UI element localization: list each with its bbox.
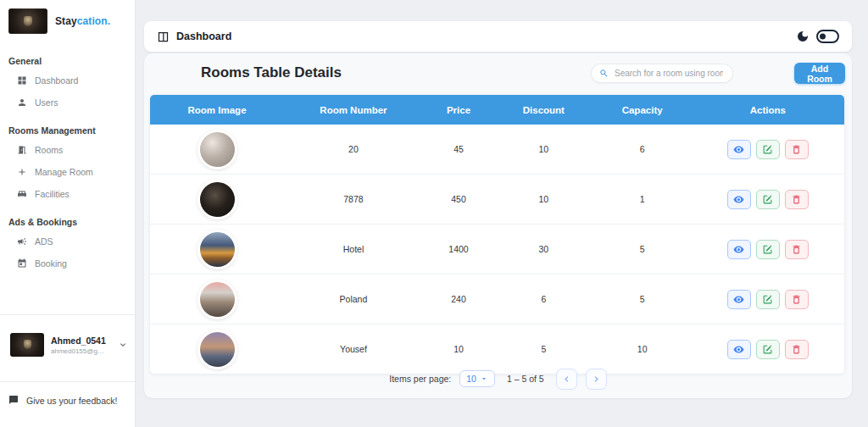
sidebar-item[interactable]: ADS — [0, 230, 135, 252]
trash-icon — [791, 244, 802, 255]
sidebar-item[interactable]: Dashboard — [0, 69, 135, 92]
previous-page-button[interactable] — [556, 369, 577, 390]
sidebar-item[interactable]: Manage Room — [0, 161, 135, 183]
chat-icon — [8, 393, 19, 408]
price-cell: 45 — [423, 125, 494, 175]
items-per-page-select[interactable]: 10 — [459, 370, 495, 387]
user-avatar — [10, 333, 44, 357]
room-number-cell: 7878 — [284, 175, 423, 225]
calendar-icon — [17, 258, 27, 269]
edit-room-button[interactable] — [756, 290, 780, 309]
view-room-button[interactable] — [727, 340, 751, 359]
user-email: ahmed0155@gmail.c... — [51, 347, 107, 355]
column-header: Actions — [692, 95, 844, 125]
edit-room-button[interactable] — [756, 340, 780, 359]
person-icon — [17, 97, 27, 108]
dashboard-grid-icon — [17, 75, 27, 86]
table-row: 7878 450 10 1 — [150, 175, 844, 225]
view-room-button[interactable] — [727, 290, 751, 309]
window-icon — [157, 30, 170, 43]
capacity-cell: 5 — [593, 225, 692, 274]
trash-icon — [791, 144, 802, 155]
page-title: Rooms Table Details — [201, 64, 342, 81]
trash-icon — [791, 294, 802, 305]
toggle-knob — [820, 34, 826, 40]
edit-square-icon — [762, 194, 773, 205]
table-row: Poland 240 6 5 — [150, 274, 844, 324]
view-room-button[interactable] — [727, 140, 751, 159]
sidebar-nav-ads: ADS Booking — [0, 230, 135, 274]
row-actions — [693, 340, 843, 359]
brand-logo[interactable]: Staycation. — [0, 0, 135, 44]
discount-cell: 10 — [494, 175, 593, 225]
delete-room-button[interactable] — [785, 340, 809, 359]
user-profile[interactable]: Ahmed_0541 ahmed0155@gmail.c... — [0, 315, 135, 360]
next-page-button[interactable] — [586, 369, 607, 390]
edit-square-icon — [762, 294, 773, 305]
sidebar-item[interactable]: Rooms — [0, 139, 135, 161]
sidebar: Staycation. General Dashboard Users Room… — [0, 0, 136, 427]
caret-down-icon — [480, 374, 488, 383]
row-actions — [693, 240, 843, 259]
view-room-button[interactable] — [727, 240, 751, 259]
sidebar-section-rooms-management: Rooms Management — [0, 114, 135, 139]
row-actions — [693, 140, 843, 159]
discount-cell: 6 — [494, 274, 593, 324]
capacity-cell: 1 — [593, 175, 692, 225]
edit-room-button[interactable] — [756, 140, 780, 159]
trash-icon — [791, 344, 802, 355]
delete-room-button[interactable] — [785, 190, 809, 209]
topbar: Dashboard — [144, 21, 852, 52]
table-header-row: Room ImageRoom NumberPriceDiscountCapaci… — [150, 95, 844, 125]
main-area: Dashboard Rooms Table Details Add Room — [136, 0, 868, 427]
edit-square-icon — [762, 144, 773, 155]
rooms-card: Rooms Table Details Add Room Room ImageR… — [144, 53, 852, 398]
row-actions — [693, 190, 843, 209]
delete-room-button[interactable] — [785, 140, 809, 159]
eye-icon — [733, 294, 744, 305]
edit-room-button[interactable] — [756, 190, 780, 209]
room-number-cell: Hotel — [284, 225, 423, 274]
room-image — [200, 132, 235, 167]
chevron-right-icon — [591, 374, 602, 385]
topbar-title-label: Dashboard — [176, 30, 231, 42]
pagination: Items per page: 10 1 – 5 of 5 — [144, 362, 852, 396]
column-header: Capacity — [593, 95, 692, 125]
edit-square-icon — [762, 244, 773, 255]
room-number-cell: 20 — [284, 125, 423, 175]
search-input[interactable] — [613, 68, 725, 79]
column-header: Room Number — [284, 95, 423, 125]
discount-cell: 30 — [494, 225, 593, 274]
sidebar-item[interactable]: Users — [0, 92, 135, 114]
feedback-link[interactable]: Give us your feedback! — [0, 382, 135, 419]
discount-cell: 10 — [494, 125, 593, 175]
bed-icon — [17, 189, 27, 199]
items-per-page-label: Items per page: — [389, 374, 451, 384]
rooms-table: Room ImageRoom NumberPriceDiscountCapaci… — [150, 95, 844, 374]
table-row: Hotel 1400 30 5 — [150, 225, 844, 274]
capacity-cell: 6 — [593, 125, 692, 175]
dark-mode-toggle[interactable] — [816, 30, 839, 43]
view-room-button[interactable] — [727, 190, 751, 209]
user-meta: Ahmed_0541 ahmed0155@gmail.c... — [51, 336, 107, 355]
delete-room-button[interactable] — [785, 240, 809, 259]
topbar-controls — [796, 30, 839, 43]
brand-logo-image — [8, 8, 47, 34]
column-header: Discount — [494, 95, 593, 125]
user-name: Ahmed_0541 — [51, 336, 107, 346]
add-room-button[interactable]: Add Room — [794, 63, 845, 84]
column-header: Price — [423, 95, 494, 125]
sidebar-item[interactable]: Booking — [0, 252, 135, 274]
edit-square-icon — [762, 344, 773, 355]
price-cell: 450 — [423, 175, 494, 225]
plus-icon — [17, 167, 27, 177]
delete-room-button[interactable] — [785, 290, 809, 309]
page-size-value: 10 — [466, 374, 476, 384]
chevron-down-icon[interactable] — [118, 340, 128, 350]
sidebar-nav-general: Dashboard Users — [0, 69, 135, 114]
eye-icon — [733, 144, 744, 155]
edit-room-button[interactable] — [756, 240, 780, 259]
table-body: 20 45 10 6 — [150, 125, 844, 374]
feedback-label: Give us your feedback! — [26, 396, 117, 406]
sidebar-item[interactable]: Facilities — [0, 183, 135, 205]
